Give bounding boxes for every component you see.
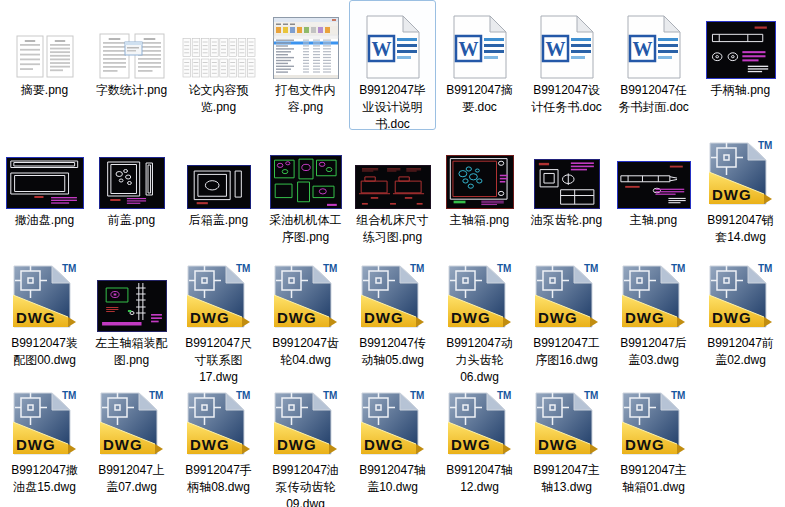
file-item[interactable]: TM DWG B9912047撒油盘15.dwg (1, 380, 88, 507)
file-item[interactable]: 撒油盘.png (1, 130, 88, 253)
file-name: 前盖.png (107, 212, 156, 229)
file-name: 摘要.png (20, 82, 69, 99)
svg-text:TM: TM (62, 390, 76, 401)
svg-text:TM: TM (62, 263, 76, 274)
file-item[interactable]: TM DWG B9912047轴盖10.dwg (349, 380, 436, 507)
file-name: B9912047任务书封面.doc (615, 82, 692, 116)
thumb-abstract-icon (16, 1, 74, 79)
file-name: B9912047摘要.doc (441, 82, 518, 116)
file-name: 打包文件内容.png (267, 82, 344, 116)
file-name: B9912047后盖03.dwg (615, 335, 692, 369)
file-name: B9912047油泵传动齿轮09.dwg (267, 462, 344, 507)
file-item[interactable]: 前盖.png (88, 130, 175, 253)
svg-text:TM: TM (758, 140, 772, 151)
svg-text:DWG: DWG (277, 436, 317, 453)
file-item[interactable]: TM DWG B9912047装配图00.dwg (1, 253, 88, 380)
dwg-file-icon: TM DWG (534, 381, 600, 459)
svg-text:DWG: DWG (364, 309, 404, 326)
file-item[interactable]: W B9912047毕业设计说明书.doc (349, 0, 436, 130)
svg-text:DWG: DWG (451, 436, 491, 453)
svg-text:DWG: DWG (103, 436, 143, 453)
file-name: B9912047毕业设计说明书.doc (354, 82, 431, 133)
file-item[interactable]: 采油机机体工序图.png (262, 130, 349, 253)
file-item[interactable]: TM DWG B9912047上盖07.dwg (88, 380, 175, 507)
file-name: B9912047工序图16.dwg (528, 335, 605, 369)
file-item[interactable]: TM DWG B9912047手柄轴08.dwg (175, 380, 262, 507)
cad-oil-pan-icon (6, 131, 84, 209)
file-name: 论文内容预览.png (180, 82, 257, 116)
file-item[interactable]: TM DWG B9912047后盖03.dwg (610, 253, 697, 380)
svg-text:DWG: DWG (538, 436, 578, 453)
file-item[interactable]: TM DWG B9912047油泵传动齿轮09.dwg (262, 380, 349, 507)
file-item[interactable]: 左主轴箱装配图.png (88, 253, 175, 380)
file-item[interactable]: TM DWG B9912047主轴13.dwg (523, 380, 610, 507)
cad-left-spindle-box-icon (97, 254, 167, 332)
word-doc-icon: W (366, 1, 420, 79)
dwg-file-icon: TM DWG (447, 381, 513, 459)
file-item[interactable]: 油泵齿轮.png (523, 130, 610, 253)
file-name: B9912047主轴箱01.dwg (615, 462, 692, 496)
file-explorer-canvas: { "window": { "background": "#ffffff" },… (0, 0, 785, 507)
file-name: B9912047传动轴05.dwg (354, 335, 431, 369)
svg-text:DWG: DWG (712, 186, 752, 203)
file-name: 左主轴箱装配图.png (93, 335, 170, 369)
file-item[interactable]: W B9912047摘要.doc (436, 0, 523, 130)
svg-text:W: W (371, 38, 391, 60)
file-name: B9912047主轴13.dwg (528, 462, 605, 496)
dwg-file-icon: TM DWG (708, 131, 774, 209)
file-name: B9912047前盖02.dwg (702, 335, 779, 369)
svg-text:TM: TM (410, 390, 424, 401)
svg-text:DWG: DWG (538, 309, 578, 326)
cad-machine-practice-icon (355, 131, 431, 209)
file-name: 主轴箱.png (449, 212, 510, 229)
svg-text:W: W (632, 38, 652, 60)
file-item[interactable]: 打包文件内容.png (262, 0, 349, 130)
svg-text:TM: TM (671, 390, 685, 401)
file-item[interactable]: 主轴箱.png (436, 130, 523, 253)
file-item[interactable]: TM DWG B9912047传动轴05.dwg (349, 253, 436, 380)
file-icon-grid: 摘要.png字数统计.png论文内容预览.png 打包文件内容.png W B9… (0, 0, 785, 507)
file-name: B9912047动力头齿轮06.dwg (441, 335, 518, 386)
file-item[interactable]: W B9912047设计任务书.doc (523, 0, 610, 130)
file-item[interactable]: 论文内容预览.png (175, 0, 262, 130)
file-item[interactable]: TM DWG B9912047前盖02.dwg (697, 253, 784, 380)
svg-text:DWG: DWG (625, 309, 665, 326)
svg-text:TM: TM (497, 263, 511, 274)
file-item[interactable]: TM DWG B9912047主轴箱01.dwg (610, 380, 697, 507)
file-item[interactable]: TM DWG B9912047销套14.dwg (697, 130, 784, 253)
file-name: 后箱盖.png (188, 212, 249, 229)
file-item[interactable]: TM DWG B9912047齿轮04.dwg (262, 253, 349, 380)
file-item[interactable]: W B9912047任务书封面.doc (610, 0, 697, 130)
dwg-file-icon: TM DWG (708, 254, 774, 332)
svg-text:TM: TM (410, 263, 424, 274)
file-name: B9912047装配图00.dwg (6, 335, 83, 369)
file-item[interactable]: TM DWG B9912047尺寸联系图17.dwg (175, 253, 262, 380)
file-item[interactable]: 组合机床尺寸练习图.png (349, 130, 436, 253)
file-item[interactable]: 后箱盖.png (175, 130, 262, 253)
file-item[interactable]: TM DWG B9912047动力头齿轮06.dwg (436, 253, 523, 380)
file-name: 采油机机体工序图.png (267, 212, 344, 246)
cad-process-plan-icon (270, 131, 342, 209)
file-name: B9912047齿轮04.dwg (267, 335, 344, 369)
thumb-word-count-icon (99, 1, 165, 79)
file-name: B9912047设计任务书.doc (528, 82, 605, 116)
dwg-file-icon: TM DWG (12, 381, 78, 459)
svg-text:DWG: DWG (451, 309, 491, 326)
word-doc-icon: W (540, 1, 594, 79)
file-item[interactable]: 手柄轴.png (697, 0, 784, 130)
file-item[interactable]: TM DWG B9912047轴12.dwg (436, 380, 523, 507)
file-name: 油泵齿轮.png (530, 212, 603, 229)
dwg-file-icon: TM DWG (360, 254, 426, 332)
file-name: 主轴.png (629, 212, 678, 229)
dwg-file-icon: TM DWG (99, 381, 165, 459)
svg-text:DWG: DWG (712, 309, 752, 326)
dwg-file-icon: TM DWG (534, 254, 600, 332)
file-item[interactable]: 摘要.png (1, 0, 88, 130)
cad-front-cover-icon (99, 131, 165, 209)
file-name: B9912047手柄轴08.dwg (180, 462, 257, 496)
svg-text:DWG: DWG (277, 309, 317, 326)
file-item[interactable]: TM DWG B9912047工序图16.dwg (523, 253, 610, 380)
file-name: 组合机床尺寸练习图.png (354, 212, 431, 246)
file-item[interactable]: 主轴.png (610, 130, 697, 253)
file-item[interactable]: 字数统计.png (88, 0, 175, 130)
